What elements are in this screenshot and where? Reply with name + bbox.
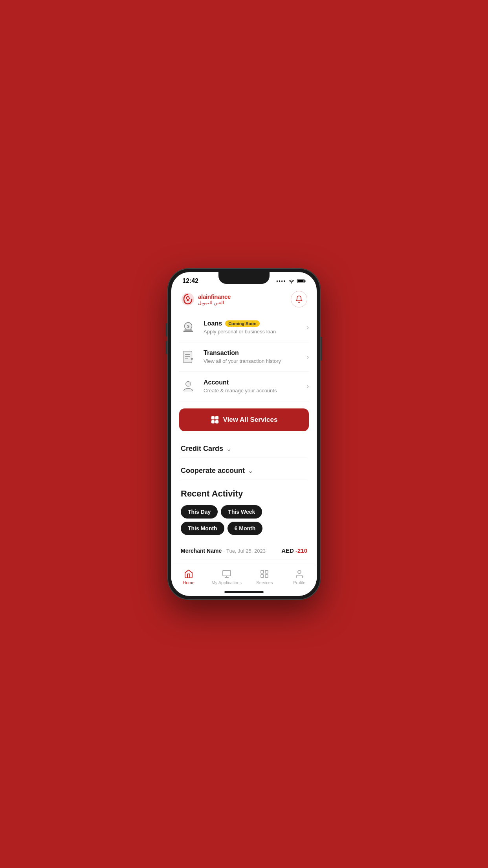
home-nav-label: Home (183, 580, 194, 585)
credit-cards-chevron-icon: ⌄ (226, 445, 231, 452)
home-bar (224, 591, 264, 593)
account-chevron-icon: › (307, 383, 309, 390)
nav-profile[interactable]: Profile (288, 569, 311, 585)
svg-rect-26 (265, 575, 268, 577)
transaction-row-2[interactable]: Merchant Name · Tue, Jul 25, 2023 AED -2… (181, 559, 307, 565)
account-icon-wrap (179, 377, 197, 395)
applications-nav-label: My Applications (212, 580, 242, 585)
phone-screen: 12:42 •••• (171, 272, 317, 596)
merchant-name-1: Merchant Name · Tue, Jul 25, 2023 (181, 548, 266, 554)
battery-icon (297, 279, 306, 283)
transaction-icon-wrap (179, 348, 197, 366)
bell-icon (295, 295, 303, 303)
logo-english: alainfinance (198, 293, 231, 300)
status-icons: •••• (276, 278, 306, 284)
logo: alainfinance العين للتمويل (181, 292, 231, 306)
home-nav-icon (184, 569, 193, 579)
credit-cards-divider (181, 458, 307, 458)
phone-frame: 12:42 •••• (167, 268, 321, 600)
service-list: $ Loans Coming Soon Apply personal or bu… (171, 313, 317, 401)
account-icon (181, 379, 196, 394)
transaction-icon (181, 349, 196, 364)
cooperate-account-header[interactable]: Cooperate account ⌄ (171, 462, 317, 480)
service-item-loans[interactable]: $ Loans Coming Soon Apply personal or bu… (179, 313, 309, 342)
service-item-transaction[interactable]: Transaction View all of your transaction… (179, 342, 309, 372)
nav-services[interactable]: Services (253, 569, 276, 585)
svg-rect-15 (184, 390, 193, 392)
svg-rect-16 (211, 416, 214, 419)
account-title-row: Account (204, 379, 301, 386)
volume-down-button (166, 341, 167, 354)
activity-tabs: This Day This Week This Month 6 Month (181, 505, 307, 535)
coming-soon-badge: Coming Soon (225, 320, 260, 327)
tab-6-month[interactable]: 6 Month (227, 522, 263, 535)
view-all-services-button[interactable]: View All Services (179, 408, 309, 431)
screen-content[interactable]: $ Loans Coming Soon Apply personal or bu… (171, 313, 317, 565)
svg-rect-24 (265, 570, 268, 573)
wifi-icon (288, 279, 295, 283)
recent-activity-heading: Recent Activity (181, 489, 307, 499)
svg-point-4 (187, 299, 189, 301)
services-nav-icon (260, 569, 269, 579)
loans-info: Loans Coming Soon Apply personal or busi… (204, 320, 301, 335)
applications-nav-icon (222, 569, 231, 579)
notification-button[interactable] (291, 291, 307, 307)
nav-home[interactable]: Home (177, 569, 200, 585)
status-time: 12:42 (182, 278, 198, 285)
services-grid-icon (211, 416, 219, 424)
nav-applications[interactable]: My Applications (212, 569, 242, 585)
transaction-amount-1: AED -210 (281, 547, 307, 554)
svg-rect-9 (183, 351, 192, 363)
svg-rect-18 (211, 420, 214, 423)
cooperate-account-title: Cooperate account (181, 467, 245, 475)
notch (218, 272, 270, 284)
svg-point-27 (298, 570, 301, 574)
transaction-row-1[interactable]: Merchant Name · Tue, Jul 25, 2023 AED -2… (181, 542, 307, 559)
cooperate-account-chevron-icon: ⌄ (248, 467, 253, 474)
transaction-title: Transaction (204, 349, 239, 357)
account-description: Create & manage your accounts (204, 388, 277, 394)
credit-cards-title: Credit Cards (181, 445, 223, 453)
svg-rect-17 (215, 416, 218, 419)
bottom-navigation: Home My Applications Services (171, 565, 317, 588)
svg-rect-20 (223, 570, 231, 576)
transaction-description: View all of your transaction history (204, 358, 281, 364)
tab-this-day[interactable]: This Day (181, 505, 218, 519)
service-item-account[interactable]: Account Create & manage your accounts › (179, 372, 309, 401)
transaction-info: Transaction View all of your transaction… (204, 349, 301, 364)
credit-cards-header[interactable]: Credit Cards ⌄ (171, 440, 317, 458)
tab-this-week[interactable]: This Week (221, 505, 262, 519)
signal-dots-icon: •••• (276, 278, 286, 284)
app-header: alainfinance العين للتمويل (171, 287, 317, 313)
loans-icon: $ (181, 320, 196, 335)
services-nav-label: Services (256, 580, 273, 585)
logo-text: alainfinance العين للتمويل (198, 293, 231, 305)
recent-activity-section: Recent Activity This Day This Week This … (171, 480, 317, 565)
volume-up-button (166, 323, 167, 337)
svg-rect-23 (261, 570, 264, 573)
account-title: Account (204, 379, 229, 386)
svg-rect-19 (215, 420, 218, 423)
svg-point-14 (186, 381, 191, 386)
loans-icon-wrap: $ (179, 318, 197, 337)
svg-rect-25 (261, 575, 264, 577)
view-all-label: View All Services (223, 416, 278, 424)
profile-nav-label: Profile (293, 580, 305, 585)
profile-nav-icon (295, 569, 304, 579)
svg-rect-2 (297, 280, 303, 282)
loans-description: Apply personal or business loan (204, 329, 276, 335)
svg-rect-1 (305, 280, 306, 281)
svg-text:$: $ (187, 324, 189, 329)
loans-chevron-icon: › (307, 324, 309, 331)
transaction-title-row: Transaction (204, 349, 301, 357)
account-info: Account Create & manage your accounts (204, 379, 301, 394)
svg-rect-8 (185, 329, 192, 331)
transaction-chevron-icon: › (307, 353, 309, 360)
transaction-info-1: Merchant Name · Tue, Jul 25, 2023 (181, 548, 266, 554)
power-button (321, 337, 322, 360)
home-indicator (171, 588, 317, 596)
tab-this-month[interactable]: This Month (181, 522, 224, 535)
logo-arabic: العين للتمويل (198, 300, 231, 305)
loans-title-row: Loans Coming Soon (204, 320, 301, 327)
brand-logo-icon (181, 292, 195, 306)
